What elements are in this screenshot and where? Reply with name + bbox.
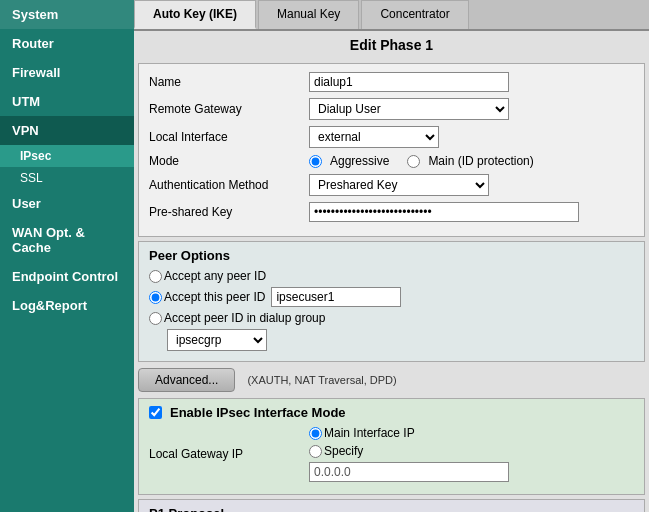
peer-this-radio[interactable] [149, 291, 162, 304]
mode-row: Mode Aggressive Main (ID protection) [149, 154, 634, 168]
mode-label: Mode [149, 154, 309, 168]
peer-options-section: Peer Options Accept any peer ID Accept t… [138, 241, 645, 362]
sidebar-item-endpoint-control[interactable]: Endpoint Control [0, 262, 134, 291]
local-interface-wrapper: external [309, 126, 634, 148]
ipsec-interface-title: Enable IPsec Interface Mode [149, 405, 634, 420]
p1-proposal-section: P1 Proposal 1 - Encryption AES128 Authen… [138, 499, 645, 512]
ipsec-interface-section: Enable IPsec Interface Mode Local Gatewa… [138, 398, 645, 495]
main-interface-ip-row: Main Interface IP [309, 426, 634, 440]
mode-main-radio[interactable] [407, 155, 420, 168]
peer-option-1-row: Accept any peer ID [149, 269, 634, 283]
peer-option-3-row: Accept peer ID in dialup group [149, 311, 634, 325]
peer-id-input[interactable] [271, 287, 401, 307]
local-interface-label: Local Interface [149, 130, 309, 144]
mode-aggressive-label: Aggressive [330, 154, 389, 168]
sidebar-item-utm[interactable]: UTM [0, 87, 134, 116]
preshared-key-label: Pre-shared Key [149, 205, 309, 219]
specify-ip-input[interactable] [309, 462, 509, 482]
mode-aggressive-radio[interactable] [309, 155, 322, 168]
sidebar: System Router Firewall UTM VPN IPsec SSL… [0, 0, 134, 512]
preshared-key-row: Pre-shared Key [149, 202, 634, 222]
local-gateway-ip-label: Local Gateway IP [149, 447, 309, 461]
peer-dialup-label: Accept peer ID in dialup group [164, 311, 325, 325]
advanced-note: (XAUTH, NAT Traversal, DPD) [247, 374, 396, 386]
tab-auto-key[interactable]: Auto Key (IKE) [134, 0, 256, 29]
tab-bar: Auto Key (IKE) Manual Key Concentrator [134, 0, 649, 31]
edit-phase1-form: Name Remote Gateway Dialup User Local In… [138, 63, 645, 237]
specify-radio[interactable] [309, 445, 322, 458]
enable-ipsec-checkbox[interactable] [149, 406, 162, 419]
mode-main-label: Main (ID protection) [428, 154, 533, 168]
sidebar-item-user[interactable]: User [0, 189, 134, 218]
local-gateway-ip-row: Local Gateway IP Main Interface IP Speci… [149, 426, 634, 482]
peer-option-2-row: Accept this peer ID [149, 287, 634, 307]
advanced-row: Advanced... (XAUTH, NAT Traversal, DPD) [138, 368, 645, 392]
peer-any-label: Accept any peer ID [164, 269, 266, 283]
name-input[interactable] [309, 72, 509, 92]
sidebar-item-wan-opt-cache[interactable]: WAN Opt. & Cache [0, 218, 134, 262]
name-label: Name [149, 75, 309, 89]
auth-method-select[interactable]: Preshared Key [309, 174, 489, 196]
remote-gateway-row: Remote Gateway Dialup User [149, 98, 634, 120]
p1-proposal-title: P1 Proposal [149, 506, 634, 512]
specify-label: Specify [324, 444, 363, 458]
auth-method-row: Authentication Method Preshared Key [149, 174, 634, 196]
mode-options: Aggressive Main (ID protection) [309, 154, 634, 168]
peer-group-select[interactable]: ipsecgrp [167, 329, 267, 351]
remote-gateway-label: Remote Gateway [149, 102, 309, 116]
tab-manual-key[interactable]: Manual Key [258, 0, 359, 29]
advanced-button[interactable]: Advanced... [138, 368, 235, 392]
remote-gateway-wrapper: Dialup User [309, 98, 634, 120]
page-title: Edit Phase 1 [134, 31, 649, 59]
name-field-wrapper [309, 72, 634, 92]
peer-any-radio[interactable] [149, 270, 162, 283]
main-interface-ip-radio[interactable] [309, 427, 322, 440]
main-area: Auto Key (IKE) Manual Key Concentrator E… [134, 0, 649, 512]
peer-options-title: Peer Options [149, 248, 634, 263]
sidebar-subitem-ipsec[interactable]: IPsec [0, 145, 134, 167]
specify-row: Specify [309, 444, 634, 458]
auth-method-wrapper: Preshared Key [309, 174, 634, 196]
remote-gateway-select[interactable]: Dialup User [309, 98, 509, 120]
peer-group-row: ipsecgrp [149, 329, 634, 351]
peer-this-label: Accept this peer ID [164, 290, 265, 304]
sidebar-subitem-ssl[interactable]: SSL [0, 167, 134, 189]
preshared-key-input[interactable] [309, 202, 579, 222]
preshared-key-wrapper [309, 202, 634, 222]
name-row: Name [149, 72, 634, 92]
local-gateway-ip-options: Main Interface IP Specify [309, 426, 634, 482]
auth-method-label: Authentication Method [149, 178, 309, 192]
content-area: Edit Phase 1 Name Remote Gateway Dialup … [134, 31, 649, 512]
local-interface-select[interactable]: external [309, 126, 439, 148]
sidebar-item-firewall[interactable]: Firewall [0, 58, 134, 87]
sidebar-item-router[interactable]: Router [0, 29, 134, 58]
sidebar-item-log-report[interactable]: Log&Report [0, 291, 134, 320]
main-interface-ip-label: Main Interface IP [324, 426, 415, 440]
local-interface-row: Local Interface external [149, 126, 634, 148]
sidebar-item-vpn[interactable]: VPN [0, 116, 134, 145]
ipsec-interface-label: Enable IPsec Interface Mode [170, 405, 346, 420]
peer-dialup-radio[interactable] [149, 312, 162, 325]
sidebar-item-system[interactable]: System [0, 0, 134, 29]
tab-concentrator[interactable]: Concentrator [361, 0, 468, 29]
